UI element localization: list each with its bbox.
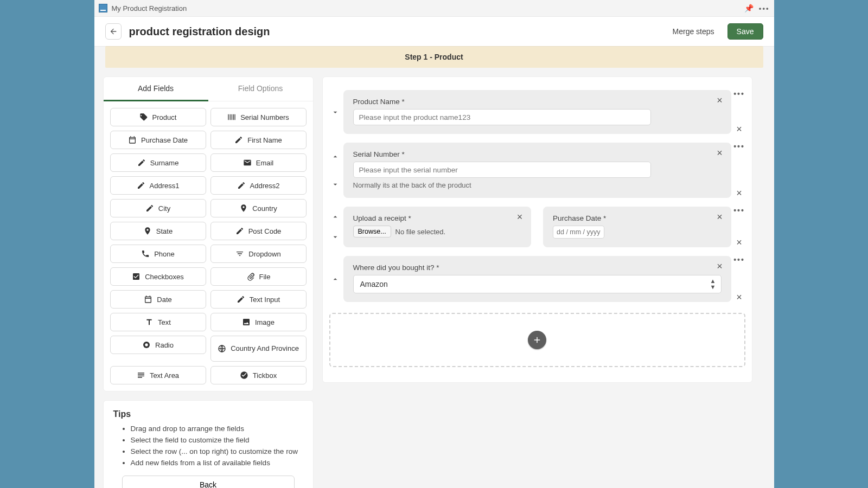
field-chip-label: Text Area bbox=[150, 371, 179, 380]
field-chip-label: Address2 bbox=[250, 182, 280, 190]
tag-icon bbox=[139, 113, 148, 121]
merge-steps-button[interactable]: Merge steps bbox=[667, 24, 720, 39]
product-name-input[interactable] bbox=[353, 109, 651, 125]
field-chip-dropdown[interactable]: Dropdown bbox=[210, 245, 307, 263]
step-banner: Step 1 - Product bbox=[105, 46, 763, 68]
field-chip-label: Purchase Date bbox=[141, 136, 188, 144]
field-chip-tickbox[interactable]: Tickbox bbox=[210, 366, 307, 384]
location-icon bbox=[143, 227, 152, 235]
row-more-icon[interactable]: ••• bbox=[733, 90, 745, 98]
globe-icon bbox=[218, 344, 226, 353]
add-row-button[interactable] bbox=[528, 331, 546, 349]
field-chip-product[interactable]: Product bbox=[110, 108, 206, 126]
svg-point-1 bbox=[145, 343, 148, 346]
tab-field-options[interactable]: Field Options bbox=[208, 77, 313, 101]
form-row[interactable]: × Product Name * ••• × bbox=[329, 90, 745, 134]
field-remove-button[interactable]: × bbox=[714, 147, 726, 159]
field-remove-button[interactable]: × bbox=[714, 211, 726, 223]
field-chip-radio[interactable]: Radio bbox=[110, 336, 206, 354]
pencil-icon bbox=[235, 227, 244, 235]
field-card-serial-number[interactable]: × Serial Number * Normally its at the ba… bbox=[343, 143, 731, 198]
row-remove-button[interactable]: × bbox=[736, 292, 742, 302]
field-card-purchase-date[interactable]: × Purchase Date * bbox=[543, 207, 731, 247]
text-icon bbox=[145, 318, 154, 326]
field-chip-state[interactable]: State bbox=[110, 222, 206, 240]
field-chip-email[interactable]: Email bbox=[210, 153, 307, 172]
serial-number-input[interactable] bbox=[353, 162, 651, 178]
field-remove-button[interactable]: × bbox=[714, 94, 726, 106]
row-more-icon[interactable]: ••• bbox=[733, 256, 745, 264]
field-card-where-bought[interactable]: × Where did you bought it? * Amazon ▲▼ bbox=[343, 256, 731, 302]
field-chip-purchase-date[interactable]: Purchase Date bbox=[110, 131, 206, 149]
back-button[interactable] bbox=[105, 23, 122, 40]
chevron-up-icon[interactable] bbox=[331, 152, 340, 161]
save-button[interactable]: Save bbox=[727, 23, 763, 40]
where-bought-select[interactable]: Amazon bbox=[353, 275, 722, 293]
location-icon bbox=[239, 204, 248, 213]
field-chip-date[interactable]: Date bbox=[110, 290, 206, 309]
field-label: Upload a receipt * bbox=[353, 214, 522, 222]
file-browse-button[interactable]: Browse... bbox=[353, 226, 391, 237]
field-chip-file[interactable]: File bbox=[210, 267, 307, 286]
field-chip-serial-numbers[interactable]: Serial Numbers bbox=[210, 108, 307, 126]
form-row[interactable]: × Where did you bought it? * Amazon ▲▼ •… bbox=[329, 256, 745, 302]
field-chip-checkboxes[interactable]: Checkboxes bbox=[110, 267, 206, 286]
field-label: Serial Number * bbox=[353, 150, 722, 158]
chevron-down-icon[interactable] bbox=[331, 180, 340, 189]
field-hint: Normally its at the back of the product bbox=[353, 181, 722, 189]
field-chip-label: State bbox=[156, 227, 173, 235]
select-caret-icon: ▲▼ bbox=[710, 278, 716, 290]
field-chip-first-name[interactable]: First Name bbox=[210, 131, 307, 149]
field-chip-image[interactable]: Image bbox=[210, 313, 307, 331]
calendar-icon bbox=[128, 136, 137, 144]
row-remove-button[interactable]: × bbox=[736, 124, 742, 134]
titlebar-more-icon[interactable]: ••• bbox=[759, 4, 770, 12]
field-chip-label: Phone bbox=[154, 250, 175, 258]
plus-icon bbox=[532, 335, 542, 345]
fields-panel: Add Fields Field Options Product Serial … bbox=[103, 76, 314, 391]
tab-add-fields[interactable]: Add Fields bbox=[104, 77, 208, 101]
chevron-down-icon[interactable] bbox=[331, 108, 340, 117]
field-chip-address2[interactable]: Address2 bbox=[210, 176, 307, 195]
chevron-down-icon[interactable] bbox=[331, 233, 340, 241]
field-chip-text[interactable]: Text bbox=[110, 313, 206, 331]
app-icon bbox=[99, 4, 107, 12]
row-more-icon[interactable]: ••• bbox=[733, 207, 745, 214]
field-card-upload-receipt[interactable]: × Upload a receipt * Browse... No file s… bbox=[343, 207, 532, 247]
tips-heading: Tips bbox=[113, 409, 303, 419]
pin-icon[interactable]: 📌 bbox=[744, 4, 754, 12]
chevron-up-icon[interactable] bbox=[331, 275, 340, 284]
field-chip-text-input[interactable]: Text Input bbox=[210, 290, 307, 309]
field-chip-label: Radio bbox=[155, 341, 174, 349]
row-remove-button[interactable]: × bbox=[736, 237, 742, 247]
field-remove-button[interactable]: × bbox=[514, 211, 526, 223]
field-chip-text-area[interactable]: Text Area bbox=[110, 366, 206, 384]
tips-panel: Tips Drag and drop to arrange the fields… bbox=[103, 400, 314, 488]
row-more-icon[interactable]: ••• bbox=[733, 143, 745, 150]
form-row[interactable]: × Upload a receipt * Browse... No file s… bbox=[329, 207, 745, 247]
field-card-product-name[interactable]: × Product Name * bbox=[343, 90, 731, 134]
field-chip-country[interactable]: Country bbox=[210, 199, 307, 217]
field-chip-label: Address1 bbox=[150, 182, 180, 190]
field-chip-label: Text Input bbox=[250, 296, 280, 304]
row-remove-button[interactable]: × bbox=[736, 188, 742, 198]
field-chip-label: Dropdown bbox=[248, 250, 280, 258]
purchase-date-input[interactable] bbox=[553, 226, 604, 239]
attachment-icon bbox=[246, 272, 255, 281]
field-chip-label: Text bbox=[158, 318, 171, 326]
field-chip-city[interactable]: City bbox=[110, 199, 206, 217]
field-chip-post-code[interactable]: Post Code bbox=[210, 222, 307, 240]
field-chip-surname[interactable]: Surname bbox=[110, 153, 206, 172]
field-chip-country-and-province[interactable]: Country And Province bbox=[210, 336, 307, 362]
field-remove-button[interactable]: × bbox=[714, 260, 726, 272]
field-chip-label: Product bbox=[152, 113, 177, 121]
field-chip-label: Image bbox=[255, 318, 275, 326]
pencil-icon bbox=[145, 204, 154, 213]
form-row[interactable]: × Serial Number * Normally its at the ba… bbox=[329, 143, 745, 198]
tips-back-button[interactable]: Back bbox=[122, 476, 295, 488]
field-chip-phone[interactable]: Phone bbox=[110, 245, 206, 263]
radio-icon bbox=[142, 341, 151, 349]
chevron-up-icon[interactable] bbox=[331, 213, 340, 221]
field-chip-address1[interactable]: Address1 bbox=[110, 176, 206, 195]
add-row-dropzone[interactable] bbox=[329, 313, 745, 367]
